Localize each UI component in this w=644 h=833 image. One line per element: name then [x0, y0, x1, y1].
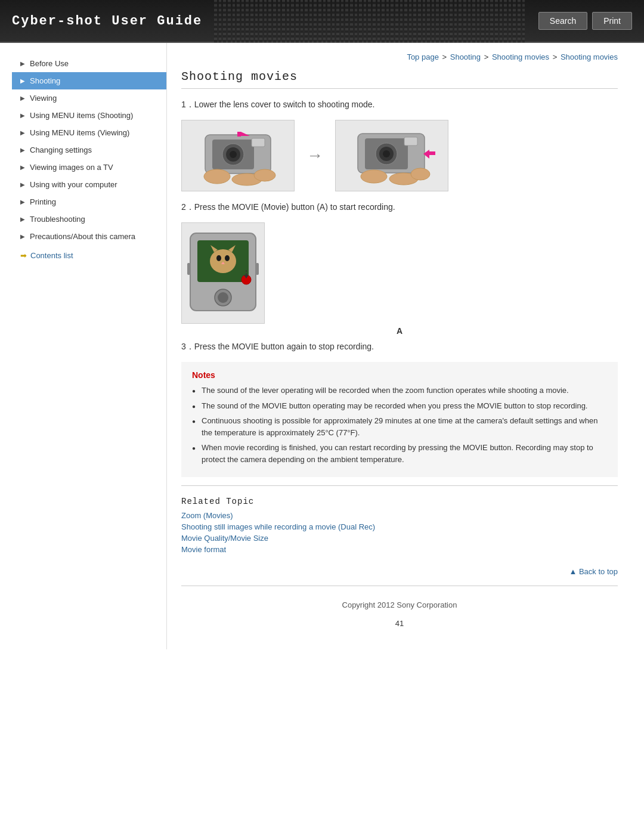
step-2: 2．Press the MOVIE (Movie) button (A) to … [181, 202, 618, 213]
arrow-icon: ▶ [20, 112, 25, 119]
sidebar-item-shooting[interactable]: ▶ Shooting [12, 72, 166, 89]
sidebar-item-menu-viewing[interactable]: ▶ Using MENU items (Viewing) [12, 124, 166, 141]
svg-point-19 [361, 170, 387, 183]
arrow-right-icon: ➡ [20, 251, 27, 260]
svg-point-4 [230, 151, 237, 158]
divider [181, 485, 618, 486]
svg-rect-18 [429, 151, 435, 155]
arrow-icon: ▶ [20, 95, 25, 101]
svg-point-10 [254, 169, 275, 181]
arrow-icon: ▶ [20, 199, 25, 205]
sidebar-item-label: Viewing images on a TV [30, 163, 113, 172]
notes-item: Continuous shooting is possible for appr… [192, 415, 607, 438]
sidebar-item-label: Using MENU items (Shooting) [30, 111, 133, 120]
sidebar-item-before-use[interactable]: ▶ Before Use [12, 55, 166, 72]
main-container: ▶ Before Use ▶ Shooting ▶ Viewing ▶ Usin… [6, 43, 638, 649]
header: Cyber-shot User Guide Search Print [0, 0, 644, 43]
sidebar-item-label: Printing [30, 197, 56, 206]
sidebar-item-changing-settings[interactable]: ▶ Changing settings [12, 141, 166, 159]
back-to-top-link[interactable]: ▲ Back to top [569, 567, 618, 576]
arrow-icon: ▶ [20, 78, 25, 84]
notes-box: Notes The sound of the lever operating w… [181, 362, 618, 477]
notes-item: When movie recording is finished, you ca… [192, 442, 607, 465]
copyright-text: Copyright 2012 Sony Corporation [342, 600, 457, 609]
sidebar-item-label: Viewing [30, 94, 57, 103]
svg-rect-36 [256, 263, 259, 275]
step-1-text: 1．Lower the lens cover to switch to shoo… [181, 100, 375, 109]
step-2-illustration: A [181, 222, 618, 336]
related-link-quality[interactable]: Movie Quality/Movie Size [181, 534, 618, 543]
breadcrumb-current: Shooting movies [561, 52, 618, 61]
svg-point-15 [383, 150, 390, 157]
sidebar-item-printing[interactable]: ▶ Printing [12, 193, 166, 210]
sidebar-item-troubleshooting[interactable]: ▶ Troubleshooting [12, 210, 166, 228]
arrow-icon: ▶ [20, 147, 25, 153]
camera-movie-illustration [181, 222, 265, 324]
sidebar-item-label: Changing settings [30, 145, 92, 154]
sidebar-item-computer[interactable]: ▶ Using with your computer [12, 176, 166, 193]
sidebar-item-menu-shooting[interactable]: ▶ Using MENU items (Shooting) [12, 107, 166, 124]
sidebar-item-label: Using with your computer [30, 180, 117, 189]
step-1: 1．Lower the lens cover to switch to shoo… [181, 100, 618, 110]
svg-rect-7 [237, 132, 241, 137]
page-title: Shooting movies [181, 70, 618, 89]
notes-list: The sound of the lever operating will be… [192, 385, 607, 465]
page-number: 41 [181, 615, 618, 640]
search-button[interactable]: Search [538, 12, 587, 30]
breadcrumb-top[interactable]: Top page [407, 52, 439, 61]
svg-rect-5 [252, 138, 265, 147]
sidebar-item-label: Shooting [30, 76, 60, 85]
svg-point-27 [216, 255, 221, 261]
print-button[interactable]: Print [592, 12, 632, 30]
sidebar-item-viewing-tv[interactable]: ▶ Viewing images on a TV [12, 159, 166, 176]
svg-rect-16 [404, 137, 417, 145]
sidebar: ▶ Before Use ▶ Shooting ▶ Viewing ▶ Usin… [12, 43, 167, 649]
svg-point-8 [204, 169, 230, 184]
button-label-a: A [181, 326, 618, 336]
svg-point-24 [210, 249, 236, 273]
notes-item: The sound of the lever operating will be… [192, 385, 607, 397]
sidebar-item-label: Troubleshooting [30, 215, 85, 224]
svg-point-28 [225, 255, 230, 261]
contents-list-link[interactable]: ➡ Contents list [12, 245, 166, 266]
site-title: Cyber-shot User Guide [12, 14, 202, 29]
arrow-icon: ▶ [20, 129, 25, 136]
arrow-icon: ▶ [20, 164, 25, 171]
footer-divider [181, 586, 618, 586]
footer: Copyright 2012 Sony Corporation [181, 592, 618, 615]
related-topic: Related Topic Zoom (Movies) Shooting sti… [181, 497, 618, 554]
sidebar-item-precautions[interactable]: ▶ Precautions/About this camera [12, 228, 166, 245]
step-3: 3．Press the MOVIE button again to stop r… [181, 342, 618, 352]
related-link-format[interactable]: Movie format [181, 545, 618, 554]
sidebar-item-label: Using MENU items (Viewing) [30, 128, 129, 137]
step-1-illustration: → [181, 120, 618, 191]
step-2-text: 2．Press the MOVIE (Movie) button (A) to … [181, 202, 395, 212]
arrow-icon: ▶ [20, 181, 25, 188]
arrow-icon: ▶ [20, 216, 25, 222]
arrow-icon: ▶ [20, 233, 25, 240]
contents-link-label: Contents list [30, 251, 73, 260]
breadcrumb-shooting-movies[interactable]: Shooting movies [492, 52, 549, 61]
header-decoration [214, 0, 527, 42]
svg-point-21 [411, 168, 430, 180]
content-area: Top page > Shooting > Shooting movies > … [167, 43, 632, 649]
arrow-icon: ▶ [20, 60, 25, 67]
step-3-text: 3．Press the MOVIE button again to stop r… [181, 342, 374, 351]
camera-illustration-1 [181, 120, 295, 191]
breadcrumb-shooting[interactable]: Shooting [450, 52, 481, 61]
svg-rect-35 [187, 263, 190, 275]
related-topic-title: Related Topic [181, 497, 618, 506]
back-to-top-row: ▲ Back to top [181, 561, 618, 580]
camera-illustration-2 [335, 120, 448, 191]
step-arrow-icon: → [306, 146, 323, 165]
header-buttons: Search Print [538, 12, 632, 30]
sidebar-item-viewing[interactable]: ▶ Viewing [12, 89, 166, 107]
related-link-dual-rec[interactable]: Shooting still images while recording a … [181, 522, 618, 531]
related-link-zoom[interactable]: Zoom (Movies) [181, 511, 618, 520]
sidebar-item-label: Before Use [30, 59, 69, 68]
svg-point-31 [218, 292, 228, 303]
notes-item: The sound of the MOVIE button operating … [192, 400, 607, 412]
notes-title: Notes [192, 370, 607, 380]
sidebar-item-label: Precautions/About this camera [30, 232, 135, 241]
breadcrumb: Top page > Shooting > Shooting movies > … [181, 52, 618, 61]
